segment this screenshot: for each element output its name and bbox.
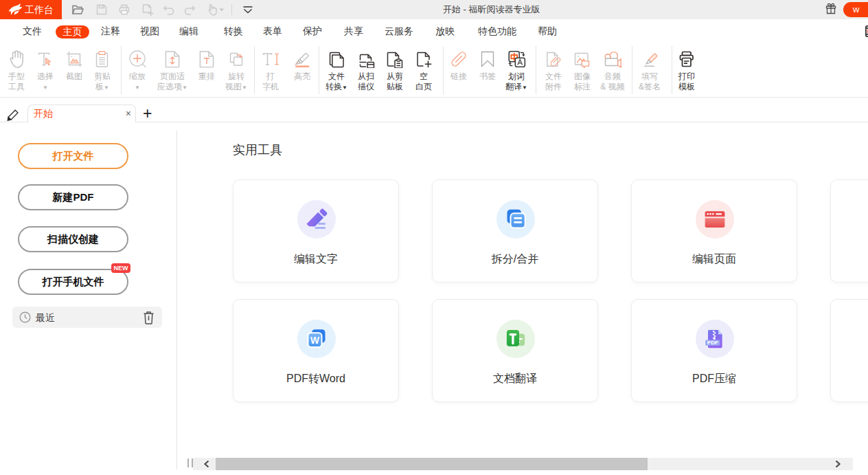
svg-text:W: W — [310, 335, 319, 346]
svg-text:PDF: PDF — [707, 340, 718, 346]
